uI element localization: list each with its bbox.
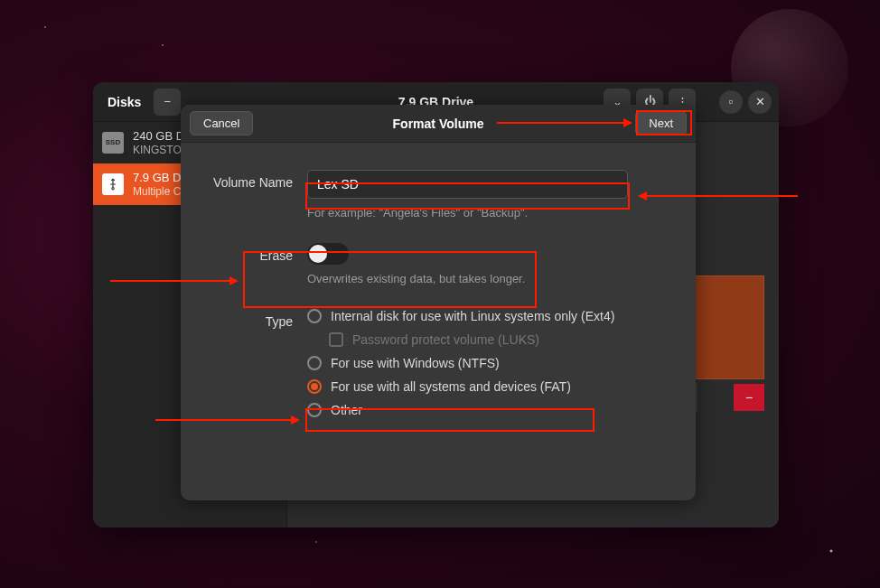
- window-minimize-button[interactable]: ▫: [719, 90, 743, 114]
- type-label: Type: [208, 309, 307, 329]
- volume-name-hint: For example: "Angela's Files" or "Backup…: [307, 206, 669, 219]
- cancel-button[interactable]: Cancel: [190, 111, 253, 135]
- usb-icon: [102, 173, 124, 195]
- radio-label: Internal disk for use with Linux systems…: [331, 309, 614, 323]
- format-volume-dialog: Cancel Format Volume Next Volume Name Fo…: [181, 105, 696, 500]
- ssd-icon: SSD: [102, 132, 124, 154]
- dialog-title: Format Volume: [393, 117, 484, 131]
- radio-icon: [307, 309, 322, 323]
- erase-hint: Overwrites existing data, but takes long…: [307, 272, 669, 285]
- erase-toggle[interactable]: [307, 243, 349, 265]
- app-menu-button[interactable]: −: [154, 89, 181, 116]
- type-row: Type Internal disk for use with Linux sy…: [208, 309, 669, 426]
- volume-name-row: Volume Name For example: "Angela's Files…: [208, 170, 669, 219]
- app-title: Disks: [100, 95, 148, 109]
- erase-label: Erase: [208, 243, 307, 263]
- type-option-other[interactable]: Other: [307, 403, 669, 417]
- radio-label: For use with Windows (NTFS): [331, 356, 500, 370]
- toggle-knob: [309, 245, 327, 263]
- dialog-header: Cancel Format Volume Next: [181, 105, 696, 143]
- dialog-body: Volume Name For example: "Angela's Files…: [181, 143, 696, 500]
- window-close-button[interactable]: ✕: [748, 90, 772, 114]
- erase-row: Erase Overwrites existing data, but take…: [208, 243, 669, 285]
- volume-name-input[interactable]: [307, 170, 628, 199]
- type-option-fat[interactable]: For use with all systems and devices (FA…: [307, 379, 669, 394]
- radio-icon: [307, 403, 322, 417]
- type-option-ntfs[interactable]: For use with Windows (NTFS): [307, 356, 669, 370]
- radio-icon: [307, 356, 322, 370]
- type-option-ext4[interactable]: Internal disk for use with Linux systems…: [307, 309, 669, 323]
- volume-name-label: Volume Name: [208, 170, 307, 190]
- checkbox-icon: [329, 332, 343, 347]
- radio-icon: [307, 379, 322, 394]
- next-button[interactable]: Next: [635, 111, 687, 135]
- delete-partition-button[interactable]: −: [734, 384, 764, 411]
- radio-label: For use with all systems and devices (FA…: [331, 379, 571, 394]
- type-option-luks: Password protect volume (LUKS): [329, 332, 669, 347]
- checkbox-label: Password protect volume (LUKS): [352, 332, 539, 347]
- radio-label: Other: [331, 403, 362, 417]
